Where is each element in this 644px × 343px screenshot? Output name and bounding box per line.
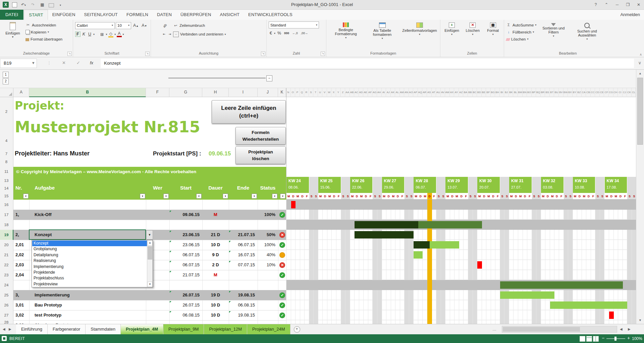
column-header-gantt[interactable]: U [318,88,323,97]
delete-cells-button[interactable]: ✕ Löschen▾ [463,21,482,51]
column-header-gantt[interactable]: CH [613,88,618,97]
dropdown-item[interactable]: Projektabschluss [32,275,147,281]
row-header-16[interactable]: 16 [0,202,13,208]
fill-color-icon[interactable]: ◇ [108,31,114,38]
merge-center-button[interactable]: ↔Verbinden und zentrieren ▾ [173,31,226,38]
column-header-gantt[interactable]: BH [495,88,500,97]
font-dialog-launcher-icon[interactable]: ↘ [145,52,150,56]
sort-filter-button[interactable]: Sortieren und Filtern▾ [538,21,569,51]
sheet-tab-Projektplan_4M[interactable]: Projektplan_4M [121,324,163,334]
column-header-gantt[interactable]: T [313,88,318,97]
increase-indent-icon[interactable]: ⇥ [168,32,172,36]
ribbon-tab-formeln[interactable]: FORMELN [122,10,153,20]
cell-start-27[interactable]: 06.08.15 [169,310,200,320]
orientation-icon[interactable]: ab [162,22,168,29]
accounting-format-icon[interactable]: € [269,31,273,36]
column-header-gantt[interactable]: AQ [418,88,423,97]
column-header-A[interactable]: A [13,88,29,97]
cell-status-21[interactable]: 40% [258,250,275,260]
dropdown-item[interactable]: Implementierung [32,264,147,270]
cell-dauer-19[interactable]: 21 D [202,230,229,240]
shrink-font-icon[interactable]: A▼ [141,23,148,28]
cell-ende-19[interactable]: 21.07.15 [229,230,255,240]
column-header-gantt[interactable]: CF [604,88,609,97]
ribbon-tab-überprüfen[interactable]: ÜBERPRÜFEN [176,10,216,20]
column-header-gantt[interactable]: AD [359,88,364,97]
find-select-button[interactable]: Suchen und Auswählen▾ [571,21,603,51]
sheet-tab-Projektplan_9M[interactable]: Projektplan_9M [163,324,204,334]
dropdown-item[interactable]: Realisierung [32,258,147,264]
row-header-20[interactable]: 20 [0,242,13,248]
zoom-out-icon[interactable]: − [602,335,604,341]
column-header-gantt[interactable]: X [332,88,336,97]
column-header-gantt[interactable]: AF [368,88,373,97]
insert-cells-button[interactable]: + Einfügen▾ [442,21,461,51]
cell-dauer-25[interactable]: 19 D [202,290,229,300]
cell-dauer-27[interactable]: 10 D [202,310,229,320]
cancel-formula-icon[interactable]: ✕ [62,60,66,65]
column-header-gantt[interactable]: AV [441,88,445,97]
column-header-gantt[interactable]: CL [632,88,636,97]
cell-nr-17[interactable]: 1, [15,210,29,220]
outline-level-2-button[interactable]: 2 [3,78,9,84]
row-header-27[interactable]: 27 [0,312,13,318]
cell-dauer-23[interactable]: M [202,270,229,280]
clipboard-dialog-launcher-icon[interactable]: ↘ [67,52,72,56]
format-as-table-button[interactable]: Als Tabelle formatieren▾ [365,21,399,51]
column-header-gantt[interactable]: BM [518,88,523,97]
cell-start-26[interactable]: 26.07.15 [169,300,200,310]
underline-button[interactable]: U [87,32,92,37]
cell-nr-21[interactable]: 2,02 [15,250,29,260]
comma-style-icon[interactable]: 000 [283,31,290,35]
row-header-24[interactable]: 24 [0,282,13,288]
row-header-13[interactable]: 13 [0,178,13,184]
cell-ende-27[interactable]: 19.08.15 [229,310,255,320]
row-header-21[interactable]: 21 [0,252,13,258]
column-header-gantt[interactable]: BO [527,88,532,97]
column-header-G[interactable]: G [169,88,202,97]
column-header-gantt[interactable]: AM [400,88,405,97]
collapse-ribbon-icon[interactable]: ∧ [640,53,642,56]
column-header-gantt[interactable]: BU [554,88,559,97]
insert-function-icon[interactable]: fx [90,60,93,65]
ribbon-tab-daten[interactable]: DATEN [153,10,176,20]
column-header-gantt[interactable]: BJ [504,88,509,97]
column-header-B[interactable]: B [29,88,146,97]
dropdown-item[interactable]: Grobplanung [32,246,147,252]
column-header-gantt[interactable]: BN [523,88,527,97]
fill-button[interactable]: ↓Füllbereich ▾ [506,28,536,36]
column-header-gantt[interactable]: AW [445,88,450,97]
row-header-22[interactable]: 22 [0,262,13,268]
sheet-nav-left-icon[interactable]: ◀ [3,327,5,331]
row-header-7[interactable]: 7 [0,151,13,157]
cell-task-25[interactable]: Implementierung [35,290,135,300]
cell-nr-26[interactable]: 3,01 [15,300,29,310]
cell-start-20[interactable]: 23.06.15 [169,240,200,250]
outline-level-1-button[interactable]: 1 [3,72,9,78]
cell-status-22[interactable]: 10% [258,260,275,270]
column-header-gantt[interactable]: V [322,88,327,97]
filter-button-G[interactable]: ▼ [196,194,202,199]
percent-style-icon[interactable]: % [276,31,282,36]
name-box-dropdown-icon[interactable]: ▾ [32,60,35,65]
cell-ende-25[interactable]: 19.08.15 [229,290,255,300]
number-dialog-launcher-icon[interactable]: ↘ [321,52,325,56]
filter-button-A[interactable]: ▼ [23,194,29,199]
page-layout-view-icon[interactable] [586,336,592,342]
cell-start-17[interactable]: 09.06.15 [169,210,200,220]
column-header-gantt[interactable]: AH [377,88,382,97]
increase-decimal-icon[interactable]: ←,0 [291,31,299,35]
row-header-11[interactable]: 11 [0,168,13,175]
cell-dauer-26[interactable]: 10 D [202,300,229,310]
column-header-gantt[interactable]: BX [568,88,573,97]
zoom-slider-thumb[interactable] [614,337,616,341]
cell-status-19[interactable]: 50% [258,230,275,240]
vertical-scrollbar[interactable]: ▲▼ [636,70,644,324]
format-painter-button[interactable]: Format übertragen [25,36,62,43]
sheet-tab-Stammdaten[interactable]: Stammdaten [86,324,121,334]
cell-styles-button[interactable]: Zellenformatvorlagen▾ [401,21,438,51]
row-header-26[interactable]: 26 [0,302,13,308]
grow-font-icon[interactable]: A▲ [132,23,140,28]
filter-button-B[interactable]: ▼ [140,194,145,199]
zoom-in-icon[interactable]: + [627,335,630,341]
